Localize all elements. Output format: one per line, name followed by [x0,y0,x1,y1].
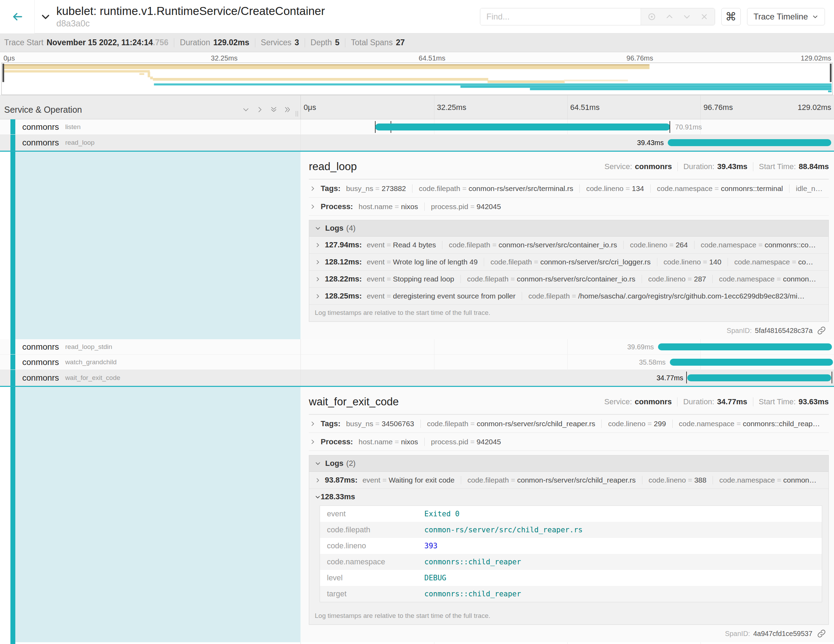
log-timestamp: 128.33ms [321,492,355,502]
log-timestamp: 128.12ms: [325,257,362,267]
log-entry-expanded-header[interactable]: 128.33ms [309,489,828,505]
service-accent-bar [10,119,15,134]
log-entry[interactable]: 128.12ms: event = Wrote log line of leng… [309,254,828,271]
kv-pair: code.namespace = conmonrs::child_reap… [672,419,826,428]
tags-list: busy_ns = 273882code.filepath = conmon-r… [346,184,829,193]
span-bar[interactable] [687,374,831,381]
logs-accordion-header[interactable]: Logs (4) [309,220,828,236]
command-icon: ⌘ [726,10,737,23]
span-bar-cell[interactable]: 39.69ms [301,339,834,354]
next-result-icon[interactable] [683,13,691,21]
span-row-listen[interactable]: conmonrs listen 70.91ms [0,119,834,135]
tags-accordion[interactable]: Tags: busy_ns = 34506763code.filepath = … [309,415,829,433]
trace-meta-bar: Trace Start November 15 2022, 11:24:14.7… [0,33,834,52]
logs-count: (2) [346,459,356,468]
toolbar: ⌘ Trace Timeline [480,8,834,25]
find-controls [641,8,715,25]
expand-collapse-controls [242,106,291,113]
chevron-right-icon[interactable] [256,106,263,113]
kv-pair: code.lineno = 264 [623,241,694,249]
minimap-canvas[interactable] [2,63,832,95]
kv-pair: busy_ns = 273882 [346,184,412,193]
process-accordion[interactable]: Process: host.name = nixosprocess.pid = … [309,197,829,216]
log-entry[interactable]: 128.22ms: event = Stopping read loopcode… [309,271,828,288]
log-field-row: code.lineno393 [320,538,822,554]
span-bar-cell[interactable]: 39.43ms [301,135,834,150]
span-duration-label: 70.91ms [675,123,702,131]
kv-pair: code.filepath = conmon-rs/server/src/con… [461,275,642,283]
trace-start-label: Trace Start [4,38,44,47]
span-name-cell: conmonrs read_loop_stdin [0,339,301,354]
kv-pair: event = Wrote log line of length 49 [367,258,484,266]
log-timestamp: 127.94ms: [325,240,362,249]
service-label: Service: [604,162,632,171]
deep-link-icon[interactable] [817,629,826,638]
viewport-scrubber-right[interactable] [830,64,832,82]
service-label: Service: [604,397,632,406]
log-entry[interactable]: 93.87ms: event = Waiting for exit codeco… [309,472,828,489]
chevron-down-icon [315,494,321,500]
clear-search-icon[interactable] [700,13,708,21]
tags-accordion[interactable]: Tags: busy_ns = 273882code.filepath = co… [309,180,829,197]
log-timestamps-note: Log timestamps are relative to the start… [309,608,828,625]
span-row-write-exit-path[interactable]: conmonrs write_exit_path 303μs [0,642,834,644]
span-name-cell: conmonrs listen [0,119,301,134]
log-field-row: code.filepathconmon-rs/server/src/child_… [320,522,822,538]
span-bar-cell[interactable]: 303μs [301,642,834,644]
tags-label: Tags: [321,184,341,193]
back-button[interactable] [0,0,35,33]
log-fields: event = Waiting for exit codecode.filepa… [362,476,823,484]
span-table-header: Service & Operation 0μs 32.25ms 64.51ms … [0,95,834,119]
span-duration-label: 39.69ms [627,343,654,351]
log-entry[interactable]: 127.94ms: event = Read 4 bytescode.filep… [309,236,828,254]
span-bar-cell[interactable]: 35.58ms [301,354,834,369]
chevron-right-icon [310,439,316,445]
view-selector-button[interactable]: Trace Timeline [747,8,825,25]
span-row-watch-grandchild[interactable]: conmonrs watch_grandchild 35.58ms [0,354,834,370]
logs-accordion-header[interactable]: Logs (2) [309,455,828,472]
tick-label: 96.76ms [626,54,653,62]
trace-minimap: 0μs 32.25ms 64.51ms 96.76ms 129.02ms [0,52,834,95]
chevron-down-icon [40,11,51,22]
kv-pair: code.filepath = conmon-rs/server/src/ter… [412,184,579,193]
log-entry[interactable]: 128.25ms: event = deregistering event so… [309,288,828,305]
chevron-down-icon[interactable] [242,106,250,113]
span-bar-cell[interactable]: 70.91ms [301,119,834,134]
service-name: conmonrs [22,138,59,147]
find-group [480,8,715,25]
viewport-scrubber-left[interactable] [2,64,4,82]
service-operation-header: Service & Operation [0,95,301,119]
kv-pair: code.lineno = 299 [601,419,672,428]
tick-label: 96.76ms [703,103,733,112]
deep-link-icon[interactable] [817,326,826,335]
span-bar[interactable] [375,123,671,131]
service-name: conmonrs [22,122,59,132]
chevron-right-icon [315,259,321,265]
span-row-wait-for-exit-code[interactable]: conmonrs wait_for_exit_code 34.77ms [0,370,834,386]
span-bar[interactable] [670,359,833,366]
find-input[interactable] [480,8,641,25]
column-resizer-handle[interactable] [294,110,300,118]
log-timestamp: 128.25ms: [325,291,362,301]
collapse-header-toggle[interactable] [35,0,57,33]
span-bar-cell[interactable]: 34.77ms [301,370,834,386]
locate-icon[interactable] [647,12,656,21]
span-row-read-loop[interactable]: conmonrs read_loop 39.43ms [0,135,834,150]
service-accent-bar [10,135,15,150]
process-list: host.name = nixosprocess.pid = 942045 [359,438,507,446]
span-bar[interactable] [658,343,832,350]
prev-result-icon[interactable] [665,13,674,21]
double-chevron-down-icon[interactable] [270,106,278,113]
service-value: conmonrs [635,162,672,171]
span-id-value: 4a947cfd1ce59537 [753,630,813,638]
tick-label: 0μs [3,54,15,62]
span-bar[interactable] [668,139,831,146]
span-detail-panel: wait_for_exit_code Service: conmonrs Dur… [301,387,834,642]
tick-label: 129.02ms [797,103,831,112]
keyboard-shortcuts-button[interactable]: ⌘ [721,8,741,25]
process-accordion[interactable]: Process: host.name = nixosprocess.pid = … [309,433,829,451]
span-row-read-loop-stdin[interactable]: conmonrs read_loop_stdin 39.69ms [0,339,834,354]
span-detail-panel: read_loop Service: conmonrs Duration: 39… [301,152,834,339]
double-chevron-right-icon[interactable] [284,106,291,113]
log-timestamp: 128.22ms: [325,275,362,283]
